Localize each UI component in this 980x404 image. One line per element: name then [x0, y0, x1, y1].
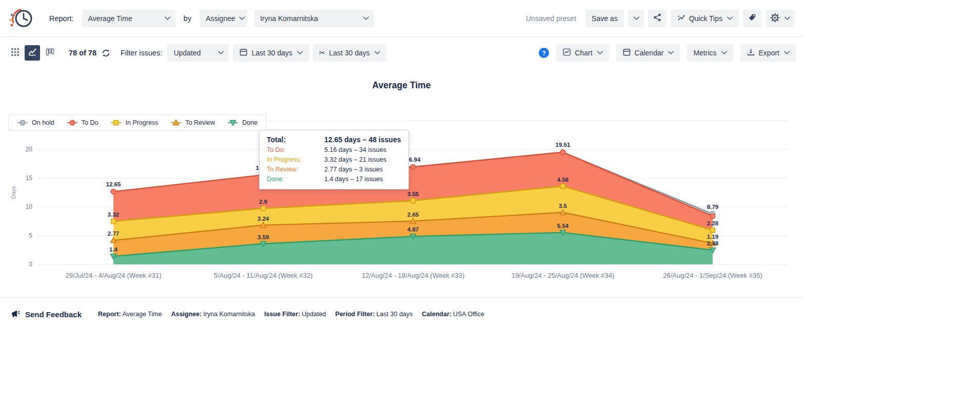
tag-icon	[748, 13, 757, 24]
send-feedback-label: Send Feedback	[25, 310, 82, 319]
marker-in-progress[interactable]	[261, 206, 266, 211]
data-label: 3.32	[108, 211, 119, 218]
calendar-icon	[622, 48, 631, 58]
report-select-value: Average Time	[88, 14, 132, 23]
stack-total-label: 8.79	[707, 204, 718, 210]
legend-label: On hold	[32, 119, 54, 126]
chevron-down-icon	[218, 51, 224, 55]
legend-item[interactable]: To Do	[67, 119, 99, 126]
group-by-select[interactable]: Assignee	[200, 10, 247, 27]
in-progress-marker-icon	[110, 119, 122, 126]
y-tick-label: 0	[29, 261, 32, 268]
footer-summary: Report:Average TimeAssignee:Iryna Komarn…	[98, 311, 484, 318]
data-label: 1.4	[109, 246, 118, 253]
sprint-filter-value: Last 30 days	[329, 49, 369, 57]
tooltip-label: In Progress:	[267, 156, 324, 163]
period-filter-button[interactable]: Last 30 days	[233, 44, 308, 62]
data-label: 1.19	[707, 234, 718, 240]
metrics-button[interactable]: Metrics	[687, 44, 733, 62]
settings-button[interactable]	[766, 10, 795, 27]
done-marker-icon	[227, 119, 239, 126]
y-tick-label: 20	[26, 146, 33, 153]
legend-item[interactable]: Done	[227, 119, 258, 126]
issue-filter-select[interactable]: Updated	[167, 44, 229, 62]
tooltip-value: 1.4 days – 17 issues	[324, 176, 401, 183]
to-do-marker-icon	[67, 119, 78, 126]
save-as-dropdown-button[interactable]	[628, 10, 644, 27]
chart-type-button[interactable]: Chart	[556, 44, 609, 62]
board-view-button[interactable]	[42, 45, 57, 61]
marker-in-progress[interactable]	[561, 184, 565, 188]
data-label: 4.56	[557, 177, 569, 183]
filter-issues-label: Filter issues:	[121, 49, 162, 57]
legend-item[interactable]: To Review	[170, 119, 215, 126]
share-button[interactable]	[648, 10, 667, 27]
top-toolbar: Report: Average Time by Assignee Iryna K…	[0, 0, 803, 37]
export-label: Export	[759, 49, 779, 57]
chevron-down-icon	[239, 16, 245, 21]
report-select[interactable]: Average Time	[82, 10, 175, 27]
filter-toolbar: 78 of 78 Filter issues: Updated Last 30 …	[0, 37, 803, 69]
legend-label: In Progress	[125, 119, 158, 126]
summary-pair: Calendar:USA Office	[422, 311, 484, 318]
grid-icon	[11, 48, 19, 59]
marker-to-do[interactable]	[410, 164, 416, 169]
chart-area: On holdTo DoIn ProgressTo ReviewDone Tot…	[0, 110, 803, 284]
marker-to-do[interactable]	[560, 150, 565, 155]
assignee-value: Iryna Komarnitska	[260, 14, 318, 23]
tag-button[interactable]	[743, 10, 761, 27]
summary-pair: Assignee:Iryna Komarnitska	[171, 311, 254, 318]
calendar-button[interactable]: Calendar	[616, 44, 680, 62]
y-tick-label: 10	[26, 203, 33, 210]
marker-in-progress[interactable]	[111, 219, 116, 224]
legend-item[interactable]: In Progress	[110, 119, 158, 126]
marker-in-progress[interactable]	[411, 199, 416, 203]
tooltip-label: To Review:	[267, 166, 324, 173]
report-label: Report:	[49, 14, 74, 23]
refresh-button[interactable]	[102, 49, 110, 57]
marker-to-do[interactable]	[710, 214, 715, 219]
data-label: 3.55	[407, 191, 419, 197]
chevron-down-icon	[634, 16, 639, 21]
summary-pair: Issue Filter:Updated	[264, 311, 326, 318]
top-right-actions: Unsaved preset Save as Quick Tips	[526, 10, 795, 27]
chevron-down-icon	[785, 16, 790, 21]
footer: Send Feedback Report:Average TimeAssigne…	[0, 298, 803, 331]
chevron-down-icon	[165, 16, 170, 21]
chevron-down-icon	[363, 16, 369, 21]
tooltip-label: Done:	[267, 176, 324, 183]
chart-legend: On holdTo DoIn ProgressTo ReviewDone	[8, 114, 266, 131]
data-label: 4.87	[407, 226, 419, 233]
grid-view-button[interactable]	[7, 45, 23, 61]
send-feedback-button[interactable]: Send Feedback	[10, 309, 82, 320]
marker-in-progress[interactable]	[711, 228, 715, 233]
period-filter-value: Last 30 days	[251, 49, 292, 57]
by-label: by	[184, 14, 191, 23]
line-chart-icon	[28, 47, 37, 59]
quick-tips-label: Quick Tips	[689, 14, 722, 23]
share-icon	[653, 13, 662, 24]
y-tick-label: 15	[26, 175, 33, 182]
marker-to-do[interactable]	[111, 189, 116, 195]
app-root: Report: Average Time by Assignee Iryna K…	[0, 0, 803, 331]
save-as-label: Save as	[592, 14, 618, 23]
issue-count: 78 of 78	[69, 49, 96, 57]
data-label: 2.28	[707, 220, 719, 226]
group-by-value: Assignee	[206, 14, 236, 23]
legend-item[interactable]: On hold	[17, 119, 54, 126]
x-category-label: 26/Aug/24 - 1/Sep/24 (Week #35)	[663, 272, 762, 279]
export-button[interactable]: Export	[740, 44, 796, 62]
y-axis-label: Days	[10, 186, 16, 199]
chart-tooltip: Total:12.65 days – 48 issuesTo Do:5.16 d…	[259, 130, 409, 189]
save-as-button[interactable]: Save as	[585, 10, 624, 27]
stack-total-label: 19.51	[556, 142, 571, 148]
assignee-select[interactable]: Iryna Komarnitska	[254, 10, 374, 27]
quick-tips-button[interactable]: Quick Tips	[671, 10, 739, 27]
help-button[interactable]: ?	[539, 48, 549, 58]
y-tick-label: 5	[29, 232, 32, 239]
chart-view-button[interactable]	[25, 45, 40, 61]
megaphone-icon	[10, 309, 21, 320]
data-label: 3.24	[258, 216, 269, 222]
x-category-label: 5/Aug/24 - 11/Aug/24 (Week #32)	[214, 272, 312, 279]
sprint-filter-button[interactable]: ✂ Last 30 days	[313, 44, 386, 62]
